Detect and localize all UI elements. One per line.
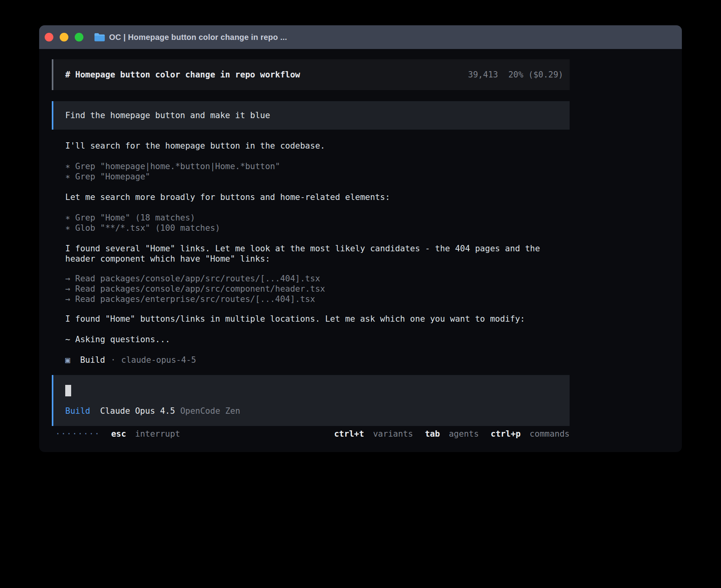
traffic-lights [45,33,83,41]
context-percent-cost: 20% ($0.29) [508,70,563,80]
agent-indicator-row: ▣ Build · claude-opus-4-5 [65,355,570,365]
asking-questions-status: ~ Asking questions... [65,334,570,345]
tool-call-grep: ∗ Grep "Homepage" [65,172,570,182]
close-window-button[interactable] [45,33,53,41]
tool-call-grep: ∗ Grep "Home" (18 matches) [65,213,570,223]
esc-label: interrupt [135,429,180,439]
variants-label: variants [373,429,413,439]
window-title: OC | Homepage button color change in rep… [109,33,287,42]
user-message-text: Find the homepage button and make it blu… [65,110,270,121]
input-footer: Build Claude Opus 4.5 OpenCode Zen [65,406,558,416]
minimize-window-button[interactable] [60,33,68,41]
agent-model: claude-opus-4-5 [121,355,196,365]
window-titlebar[interactable]: OC | Homepage button color change in rep… [39,25,682,49]
session-header: # Homepage button color change in repo w… [52,59,570,90]
statusbar-right: ctrl+t variants tab agents ctrl+p comman… [334,429,570,439]
tool-call-group: ∗ Grep "homepage|home.*button|Home.*butt… [65,161,570,182]
tool-call-group: ∗ Grep "Home" (18 matches) ∗ Glob "**/*.… [65,213,570,233]
prompt-input[interactable]: Build Claude Opus 4.5 OpenCode Zen [52,375,570,426]
folder-icon [94,33,105,41]
hint-commands: ctrl+p commands [491,429,570,439]
ctrl-p-key: ctrl+p [491,429,521,439]
text-cursor [65,385,71,396]
assistant-transcript: I'll search for the homepage button in t… [52,141,570,365]
agent-separator: · [111,355,116,365]
user-message: Find the homepage button and make it blu… [52,101,570,130]
tool-call-grep: ∗ Grep "homepage|home.*button|Home.*butt… [65,161,570,172]
assistant-text: I found "Home" buttons/links in multiple… [65,314,570,324]
terminal-content: # Homepage button color change in repo w… [39,49,682,439]
zoom-window-button[interactable] [75,33,83,41]
agents-label: agents [449,429,479,439]
assistant-text: I'll search for the homepage button in t… [65,141,570,151]
assistant-text: Let me search more broadly for buttons a… [65,192,570,202]
hint-agents: tab agents [425,429,479,439]
status-bar: ········ esc interrupt ctrl+t variants t… [52,428,570,439]
tool-call-read: → Read packages/console/app/src/componen… [65,284,570,294]
hint-interrupt: esc interrupt [111,429,180,439]
agent-square-icon: ▣ [65,355,70,365]
tool-call-glob: ∗ Glob "**/*.tsx" (100 matches) [65,223,570,233]
assistant-text: I found several "Home" links. Let me loo… [65,243,570,264]
session-title: # Homepage button color change in repo w… [65,70,468,80]
hint-variants: ctrl+t variants [334,429,413,439]
token-count: 39,413 [468,70,498,80]
tool-call-read: → Read packages/enterprise/src/routes/[.… [65,294,570,304]
session-stats: 39,413 20% ($0.29) [468,70,563,80]
tab-key: tab [425,429,440,439]
mode-badge[interactable]: Build [65,406,90,416]
provider-name: OpenCode Zen [180,406,240,416]
terminal-window: OC | Homepage button color change in rep… [39,25,682,452]
model-name: Claude Opus 4.5 [100,406,175,416]
spinner-dots: ········ [55,429,100,439]
esc-key: esc [111,429,126,439]
tui-root: # Homepage button color change in repo w… [52,59,570,439]
tool-call-group: → Read packages/console/app/src/routes/[… [65,273,570,304]
ctrl-t-key: ctrl+t [334,429,364,439]
agent-name: Build [80,355,105,365]
commands-label: commands [530,429,570,439]
tool-call-read: → Read packages/console/app/src/routes/[… [65,273,570,284]
statusbar-left: ········ esc interrupt [52,429,180,439]
titlebar-title-group: OC | Homepage button color change in rep… [94,33,287,42]
